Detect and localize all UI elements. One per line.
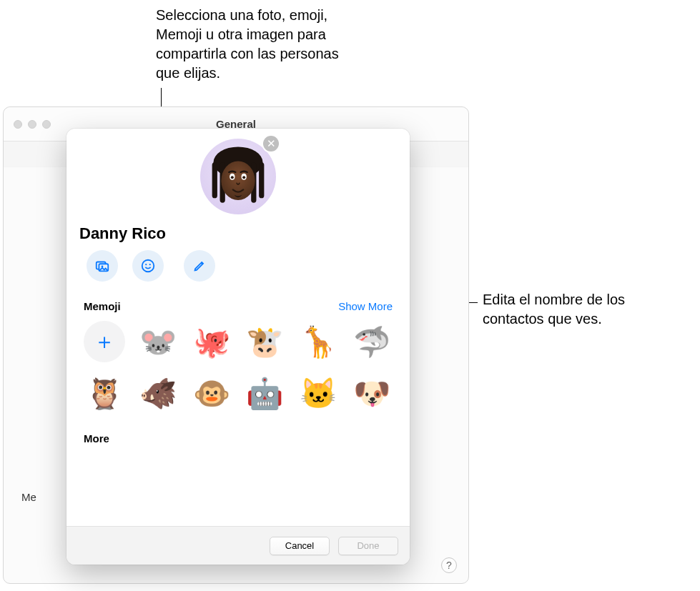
memoji-section-title: Memoji: [84, 300, 121, 312]
action-row: [66, 250, 410, 287]
memoji-shark[interactable]: 🦈: [351, 321, 393, 362]
callout-edit-name: Edita el nombre de los contactos que ves…: [483, 290, 683, 329]
memoji-face-icon: [205, 143, 271, 214]
more-section-title: More: [66, 419, 410, 459]
memoji-monkey[interactable]: 🐵: [191, 372, 232, 414]
emoji-picker-button[interactable]: [132, 250, 164, 282]
svg-point-5: [221, 161, 255, 200]
memoji-cow[interactable]: 🐮: [244, 321, 285, 362]
photo-picker-button[interactable]: [87, 250, 118, 282]
modal-footer: Cancel Done: [66, 526, 410, 565]
memoji-octopus[interactable]: 🐙: [191, 321, 232, 362]
svg-point-8: [231, 176, 234, 179]
memoji-cat[interactable]: 🐱: [297, 372, 339, 414]
memoji-dog[interactable]: 🐶: [351, 372, 393, 414]
memoji-owl[interactable]: 🦉: [84, 372, 125, 414]
svg-point-13: [142, 260, 154, 272]
svg-rect-1: [212, 162, 217, 198]
svg-point-14: [145, 264, 147, 265]
memoji-mouse[interactable]: 🐭: [137, 321, 179, 362]
background-partial-label: Me: [21, 491, 36, 503]
memoji-robot[interactable]: 🤖: [244, 372, 285, 414]
avatar[interactable]: [200, 139, 276, 214]
svg-point-9: [242, 176, 245, 179]
modal-header: ✕: [66, 129, 410, 214]
show-more-link[interactable]: Show More: [338, 300, 393, 312]
svg-rect-4: [259, 162, 264, 198]
pencil-icon: [192, 258, 207, 274]
clear-avatar-button[interactable]: ✕: [263, 136, 279, 152]
emoji-icon: [140, 258, 156, 274]
done-button[interactable]: Done: [338, 537, 398, 555]
share-name-photo-sheet: ✕ Danny Rico: [66, 129, 410, 565]
plus-icon: ＋: [94, 327, 115, 357]
memoji-giraffe[interactable]: 🦒: [297, 321, 339, 362]
edit-name-button[interactable]: [184, 250, 215, 282]
photo-icon: [94, 258, 110, 274]
help-button[interactable]: ?: [441, 557, 457, 573]
memoji-section: Memoji Show More ＋ 🐭 🐙 🐮 🦒 🦈 🦉 🐗 🐵 🤖 🐱 🐶: [66, 287, 410, 419]
memoji-grid: ＋ 🐭 🐙 🐮 🦒 🦈 🦉 🐗 🐵 🤖 🐱 🐶: [84, 321, 393, 419]
add-memoji-button[interactable]: ＋: [84, 321, 125, 362]
preferences-window: General Me ?: [3, 106, 469, 584]
contact-name: Danny Rico: [79, 224, 397, 243]
avatar-container: ✕: [200, 139, 276, 214]
callout-select-image: Selecciona una foto, emoji, Memoji u otr…: [156, 6, 342, 83]
cancel-button[interactable]: Cancel: [270, 537, 330, 555]
memoji-boar[interactable]: 🐗: [137, 372, 179, 414]
svg-point-15: [149, 264, 151, 265]
close-icon: ✕: [267, 137, 276, 150]
